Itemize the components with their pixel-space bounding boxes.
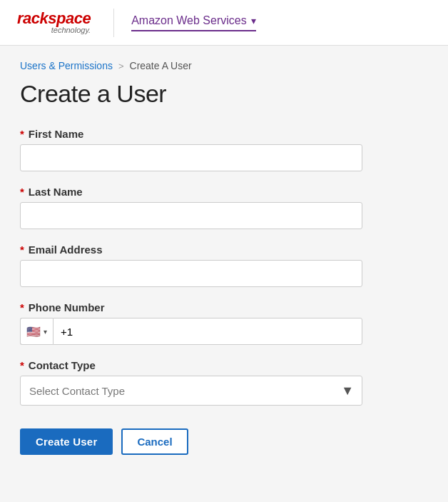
contact-type-label: * Contact Type [20,359,428,371]
flag-us-icon: 🇺🇸 [26,325,41,338]
nav-label: Amazon Web Services [131,14,247,27]
nav-dropdown[interactable]: Amazon Web Services ▾ [131,14,256,31]
phone-required-star: * [20,301,24,313]
contact-type-wrapper: Select Contact Type Technical Billing Ad… [20,376,362,406]
phone-number-input[interactable] [53,318,362,345]
contact-type-group: * Contact Type Select Contact Type Techn… [20,359,428,406]
last-name-group: * Last Name [20,186,428,229]
phone-label: * Phone Number [20,301,428,313]
button-row: Create User Cancel [20,428,428,455]
last-name-input[interactable] [20,202,362,229]
email-input[interactable] [20,260,362,287]
first-name-group: * First Name [20,128,428,171]
create-user-button[interactable]: Create User [20,428,113,455]
phone-country-select[interactable]: 🇺🇸 ▾ [20,318,53,345]
phone-row: 🇺🇸 ▾ [20,318,362,345]
email-group: * Email Address [20,244,428,287]
first-name-input[interactable] [20,144,362,171]
logo-rackspace: rackspace [17,11,91,26]
phone-chevron-icon: ▾ [44,328,47,336]
contact-type-select[interactable]: Select Contact Type Technical Billing Ad… [20,376,362,406]
main-content: Users & Permissions > Create A User Crea… [0,46,448,502]
phone-group: * Phone Number 🇺🇸 ▾ [20,301,428,345]
first-name-label: * First Name [20,128,428,140]
breadcrumb-users-permissions-link[interactable]: Users & Permissions [20,60,113,71]
create-user-form: * First Name * Last Name * Email Address [20,128,428,455]
email-required-star: * [20,244,24,256]
cancel-button[interactable]: Cancel [121,428,188,455]
page-title: Create a User [20,80,428,108]
logo: rackspace technology. [17,11,91,34]
logo-text: rackspace technology. [17,11,91,34]
last-name-label: * Last Name [20,186,428,198]
last-name-required-star: * [20,186,24,198]
contact-type-required-star: * [20,359,24,371]
breadcrumb: Users & Permissions > Create A User [20,60,428,71]
header: rackspace technology. Amazon Web Service… [0,0,448,46]
email-label: * Email Address [20,244,428,256]
breadcrumb-separator: > [118,61,124,71]
first-name-required-star: * [20,128,24,140]
logo-technology: technology. [17,26,91,34]
nav-divider [113,9,114,37]
chevron-down-icon: ▾ [251,15,256,26]
breadcrumb-current: Create A User [130,60,192,71]
